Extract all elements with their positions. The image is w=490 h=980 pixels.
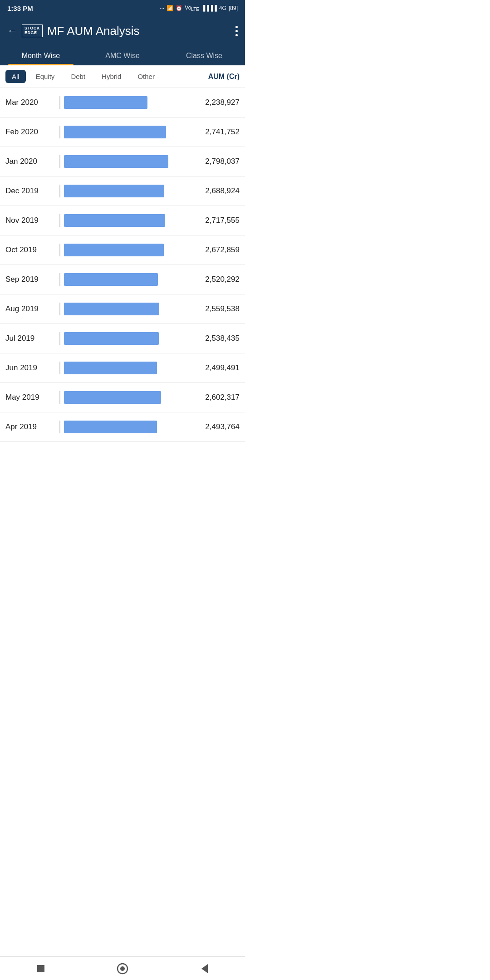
bar-chart: [64, 96, 147, 109]
bar-chart: [64, 155, 168, 168]
row-aum-value: 2,798,037: [187, 157, 240, 166]
bar-chart: [64, 391, 161, 404]
bar-divider: [59, 303, 60, 315]
bar-chart: [64, 332, 159, 345]
row-month-label: Feb 2020: [5, 127, 58, 137]
row-month-label: Sep 2019: [5, 275, 58, 284]
table-row: Dec 2019 2,688,924: [0, 176, 245, 206]
bar-chart: [64, 273, 158, 286]
tab-navigation: Month Wise AMC Wise Class Wise: [0, 45, 245, 65]
row-month-label: Apr 2019: [5, 422, 58, 431]
network-icon: ▐▐▐▐: [201, 5, 217, 11]
bar-divider: [59, 96, 60, 109]
filter-row: All Equity Debt Hybrid Other AUM (Cr): [0, 65, 245, 88]
bar-divider: [59, 332, 60, 345]
row-month-label: Jun 2019: [5, 363, 58, 372]
bluetooth-icon: 📶: [167, 5, 173, 11]
row-month-label: Nov 2019: [5, 216, 58, 225]
bar-chart: [64, 421, 157, 433]
bar-divider: [59, 244, 60, 256]
bar-container: [58, 303, 187, 315]
bar-container: [58, 126, 187, 138]
app-logo: STOCK EDGE: [22, 24, 43, 37]
row-aum-value: 2,602,317: [187, 393, 240, 402]
filter-all[interactable]: All: [5, 70, 26, 83]
filter-other[interactable]: Other: [131, 70, 161, 83]
bar-divider: [59, 185, 60, 197]
table-row: Feb 2020 2,741,752: [0, 118, 245, 147]
status-bar: 1:33 PM ··· 📶 ⏰ VoLTE ▐▐▐▐ 4G [89]: [0, 0, 245, 16]
alarm-icon: ⏰: [176, 5, 182, 11]
bar-container: [58, 421, 187, 433]
bar-divider: [59, 273, 60, 286]
bar-chart: [64, 244, 164, 256]
bar-container: [58, 96, 187, 109]
bar-chart: [64, 362, 157, 374]
row-month-label: Aug 2019: [5, 304, 58, 314]
filter-equity[interactable]: Equity: [29, 70, 61, 83]
4g-icon: 4G: [219, 5, 226, 11]
filter-debt[interactable]: Debt: [64, 70, 92, 83]
back-button[interactable]: ←: [7, 25, 17, 37]
battery-icon: [89]: [229, 5, 238, 11]
row-month-label: Dec 2019: [5, 186, 58, 196]
data-list: Mar 2020 2,238,927 Feb 2020 2,741,752 Ja…: [0, 88, 245, 442]
table-row: Aug 2019 2,559,538: [0, 294, 245, 324]
dots-icon: ···: [160, 5, 164, 11]
bar-chart: [64, 126, 166, 138]
row-aum-value: 2,520,292: [187, 275, 240, 284]
bar-divider: [59, 391, 60, 404]
row-month-label: Mar 2020: [5, 98, 58, 107]
table-row: Apr 2019 2,493,764: [0, 412, 245, 442]
row-aum-value: 2,559,538: [187, 304, 240, 314]
app-header: ← STOCK EDGE MF AUM Analysis: [0, 16, 245, 45]
tab-month-wise[interactable]: Month Wise: [0, 45, 82, 65]
signal-icon: VoLTE: [185, 5, 199, 12]
bar-divider: [59, 362, 60, 374]
row-aum-value: 2,688,924: [187, 186, 240, 196]
bar-container: [58, 332, 187, 345]
bar-chart: [64, 303, 159, 315]
tab-class-wise[interactable]: Class Wise: [163, 45, 245, 65]
row-aum-value: 2,499,491: [187, 363, 240, 372]
column-header: AUM (Cr): [208, 73, 240, 81]
row-month-label: Jul 2019: [5, 334, 58, 343]
bar-container: [58, 273, 187, 286]
more-options-button[interactable]: [235, 26, 238, 36]
filter-hybrid[interactable]: Hybrid: [95, 70, 127, 83]
row-aum-value: 2,538,435: [187, 334, 240, 343]
row-month-label: Oct 2019: [5, 245, 58, 255]
table-row: Nov 2019 2,717,555: [0, 206, 245, 235]
row-aum-value: 2,238,927: [187, 98, 240, 107]
bar-container: [58, 185, 187, 197]
row-aum-value: 2,493,764: [187, 422, 240, 431]
row-aum-value: 2,741,752: [187, 127, 240, 137]
row-aum-value: 2,717,555: [187, 216, 240, 225]
bar-container: [58, 362, 187, 374]
row-month-label: Jan 2020: [5, 157, 58, 166]
row-month-label: May 2019: [5, 393, 58, 402]
bar-divider: [59, 126, 60, 138]
bar-divider: [59, 421, 60, 433]
table-row: May 2019 2,602,317: [0, 383, 245, 412]
status-time: 1:33 PM: [7, 5, 33, 12]
bar-container: [58, 214, 187, 227]
bar-container: [58, 155, 187, 168]
bar-chart: [64, 214, 165, 227]
table-row: Sep 2019 2,520,292: [0, 265, 245, 294]
bar-divider: [59, 214, 60, 227]
bar-container: [58, 391, 187, 404]
bar-container: [58, 244, 187, 256]
status-icons: ··· 📶 ⏰ VoLTE ▐▐▐▐ 4G [89]: [160, 5, 238, 12]
table-row: Jul 2019 2,538,435: [0, 324, 245, 353]
table-row: Oct 2019 2,672,859: [0, 235, 245, 265]
table-row: Jan 2020 2,798,037: [0, 147, 245, 176]
page-title: MF AUM Analysis: [47, 24, 235, 38]
table-row: Jun 2019 2,499,491: [0, 353, 245, 383]
bar-chart: [64, 185, 164, 197]
row-aum-value: 2,672,859: [187, 245, 240, 255]
table-row: Mar 2020 2,238,927: [0, 88, 245, 118]
tab-amc-wise[interactable]: AMC Wise: [82, 45, 163, 65]
bar-divider: [59, 155, 60, 168]
